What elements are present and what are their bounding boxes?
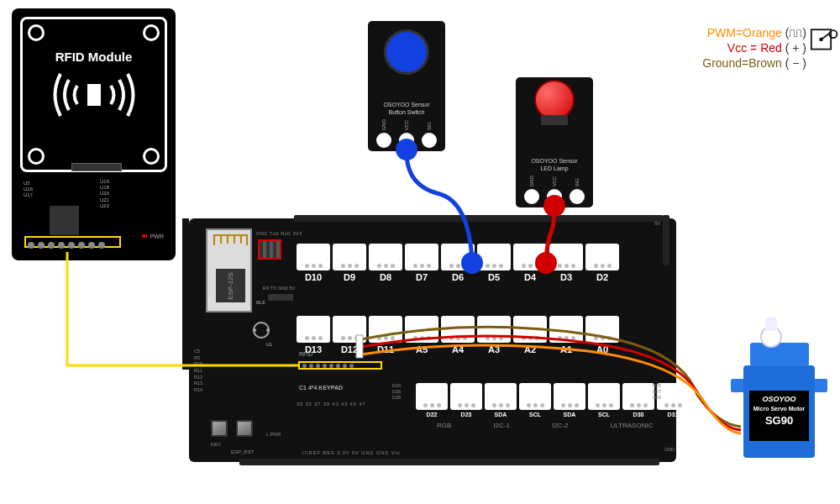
rst-button-label: ESP_RST: [231, 449, 254, 454]
ble-rx-tx-labels: RX TX GND 5V: [263, 286, 295, 291]
port-d3[interactable]: [549, 244, 583, 270]
servo-gearbox: [750, 343, 809, 366]
esp-jumper-highlight: [258, 239, 281, 260]
port-d7[interactable]: [405, 244, 438, 270]
port-i2c2-l[interactable]: [554, 383, 585, 410]
rfid-title: RFID Module: [23, 50, 165, 64]
sv-label: 5V: [654, 221, 660, 226]
top-pin-header: [294, 215, 664, 222]
port-d8[interactable]: [369, 244, 402, 270]
button-pin-holes: [368, 133, 445, 148]
port-d5[interactable]: [477, 244, 511, 270]
esp-wifi-module: ESP-12S: [206, 228, 252, 312]
rfid-port-highlight: [298, 361, 382, 370]
port-i2c2-r[interactable]: [588, 383, 620, 410]
u1-label: U1: [266, 342, 272, 347]
servo-wire-legend: PWM=Orange (⎍⎍) Vcc = Red ( + ) Ground=B…: [702, 25, 806, 71]
pwr-l-label: L PWR: [266, 432, 281, 437]
pwr-label: PWR: [150, 234, 164, 239]
port-d2[interactable]: [585, 244, 619, 270]
rfid-ic-chip: [50, 206, 79, 235]
port-a2[interactable]: [513, 316, 547, 343]
key-button-label: KEY: [211, 442, 221, 447]
port-d10[interactable]: [297, 244, 330, 270]
port-a0[interactable]: [585, 316, 619, 343]
servo-icon: [810, 24, 840, 54]
mega-iot-shield: 5V GND ESP-12S GND TxD RxD 3V3 RX TX GND…: [189, 218, 676, 462]
rfid-antenna-area: RFID Module: [20, 17, 167, 172]
mixed-port-row-2: [297, 316, 619, 343]
led-base: [541, 115, 568, 125]
wifi-antenna-icon: [213, 234, 249, 246]
smd-labels: C5R5R10R11R12R13R14: [194, 349, 202, 394]
port-d6[interactable]: [441, 244, 475, 270]
mounting-hole: [28, 24, 45, 41]
ble-label: BLE: [256, 300, 265, 305]
key-button[interactable]: [211, 420, 228, 437]
rfid-module: RFID Module U5U16U17 U19U18U20U21U22 PWR: [12, 8, 176, 260]
row3-labels: RGBI2C-1I2C-2ULTRASONIC: [437, 422, 653, 429]
servo-sticker: OSOYOO Micro Servo Motor SG90: [749, 391, 809, 441]
bottom-pin-header: [239, 459, 659, 465]
port-d9[interactable]: [333, 244, 366, 270]
mounting-hole: [143, 24, 160, 41]
servo-motor: OSOYOO Micro Servo Motor SG90: [727, 318, 832, 458]
port-d11[interactable]: [369, 316, 402, 343]
port-a1[interactable]: [549, 316, 583, 343]
svg-point-5: [253, 328, 256, 332]
row2-labels: D13D12D11A5A4A3A2A1A0: [297, 344, 619, 354]
keypad-pins: 33 35 37 39 41 43 45 47: [297, 402, 366, 407]
bottom-rail-labels: IOREF RES 3.3V 5V GND GND Vin: [302, 450, 401, 455]
dside-labels-r: D25D27D29: [653, 383, 661, 401]
rfid-side-labels: U5U16U17: [24, 181, 33, 199]
special-port-row-3: [416, 383, 689, 410]
port-i2c1-r[interactable]: [519, 383, 551, 410]
esp-chip: ESP-12S: [216, 269, 245, 302]
port-d12[interactable]: [333, 316, 366, 343]
button-pin-labels: GND VCC SIG: [368, 119, 445, 130]
rfid-port-label: RFID: [299, 351, 312, 357]
port-ultrasonic-l[interactable]: [622, 383, 654, 410]
osoyoo-logo: [252, 321, 270, 343]
push-button[interactable]: [384, 29, 429, 75]
button-sensor-module: OSOYOO Sensor Button Switch GND VCC SIG: [368, 21, 445, 151]
rfid-side-labels-2: U19U18U20U21U22: [100, 179, 109, 209]
gnd-label-r: GND: [664, 447, 675, 452]
ble-header: [268, 294, 293, 301]
led-bulb: [534, 80, 575, 120]
servo-horn: [765, 318, 777, 331]
port-a3[interactable]: [477, 316, 511, 343]
dside-labels-l: D24D26D28: [392, 383, 401, 401]
row1-labels: D10D9D8D7D6D5D4D3D2: [297, 272, 619, 282]
led-pin-labels: GND VCC SIG: [516, 176, 593, 186]
port-d4[interactable]: [513, 244, 547, 270]
rfid-waves-icon: [44, 66, 144, 124]
port-a4[interactable]: [441, 316, 475, 343]
led-pin-holes: [516, 189, 593, 204]
pin-header-small: [71, 163, 122, 171]
port-rgb-r[interactable]: [450, 383, 482, 410]
esp-reset-button[interactable]: [236, 420, 253, 437]
port-rgb-l[interactable]: [416, 383, 448, 410]
keypad-label: C1 4*4 KEYPAD: [299, 385, 343, 391]
rfid-pin-header: [24, 236, 121, 248]
led-sensor-module: OSOYOO Sensor LED Lamp GND VCC SIG: [516, 77, 593, 207]
mounting-hole: [28, 148, 45, 165]
row3-id-labels: D22D23SDASCLSDASCLD30D31: [416, 412, 689, 417]
mounting-hole: [143, 148, 160, 165]
right-pin-header: [663, 215, 669, 265]
port-d13[interactable]: [297, 316, 330, 343]
led-module-label: OSOYOO Sensor LED Lamp: [516, 158, 593, 172]
svg-point-6: [266, 328, 270, 332]
digital-port-row-1: [297, 244, 619, 270]
button-module-label: OSOYOO Sensor Button Switch: [368, 102, 445, 116]
esp-pin-labels: GND TxD RxD 3V3: [256, 231, 302, 236]
port-ultrasonic-r[interactable]: [657, 383, 689, 410]
port-a5[interactable]: [405, 316, 438, 343]
port-i2c1-l[interactable]: [485, 383, 517, 410]
pwr-led: [142, 234, 147, 238]
svg-rect-0: [87, 84, 101, 106]
